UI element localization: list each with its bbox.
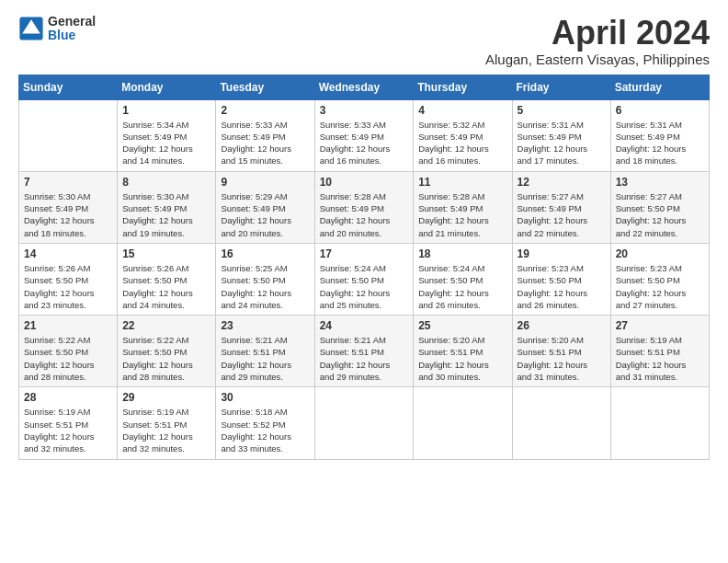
day-info: Sunrise: 5:33 AM Sunset: 5:49 PM Dayligh… (221, 119, 309, 167)
day-number: 21 (24, 319, 112, 332)
day-info: Sunrise: 5:31 AM Sunset: 5:49 PM Dayligh… (518, 119, 606, 167)
calendar-week-2: 7Sunrise: 5:30 AM Sunset: 5:49 PM Daylig… (19, 171, 710, 243)
calendar-cell: 25Sunrise: 5:20 AM Sunset: 5:51 PM Dayli… (414, 316, 512, 387)
day-number: 15 (122, 247, 210, 260)
calendar-cell (610, 387, 709, 459)
calendar-cell: 26Sunrise: 5:20 AM Sunset: 5:51 PM Dayli… (512, 316, 610, 387)
calendar-week-1: 1Sunrise: 5:34 AM Sunset: 5:49 PM Daylig… (19, 99, 710, 171)
weekday-header-wednesday: Wednesday (314, 75, 414, 99)
logo-blue-text: Blue (48, 29, 96, 42)
day-number: 26 (518, 319, 606, 332)
day-info: Sunrise: 5:30 AM Sunset: 5:49 PM Dayligh… (122, 190, 210, 239)
calendar-cell: 29Sunrise: 5:19 AM Sunset: 5:51 PM Dayli… (118, 387, 216, 459)
day-info: Sunrise: 5:21 AM Sunset: 5:51 PM Dayligh… (221, 334, 309, 383)
calendar-week-5: 28Sunrise: 5:19 AM Sunset: 5:51 PM Dayli… (19, 387, 710, 459)
weekday-header-tuesday: Tuesday (216, 75, 314, 99)
day-number: 23 (221, 319, 309, 332)
calendar-cell (414, 387, 512, 459)
calendar-cell: 2Sunrise: 5:33 AM Sunset: 5:49 PM Daylig… (216, 99, 314, 171)
day-info: Sunrise: 5:18 AM Sunset: 5:52 PM Dayligh… (221, 406, 309, 454)
calendar-cell: 27Sunrise: 5:19 AM Sunset: 5:51 PM Dayli… (610, 316, 709, 387)
day-info: Sunrise: 5:34 AM Sunset: 5:49 PM Dayligh… (122, 119, 210, 167)
day-info: Sunrise: 5:19 AM Sunset: 5:51 PM Dayligh… (122, 406, 210, 454)
day-number: 14 (24, 247, 112, 260)
calendar-cell (314, 387, 414, 459)
day-info: Sunrise: 5:26 AM Sunset: 5:50 PM Dayligh… (24, 262, 112, 311)
day-number: 2 (221, 104, 309, 117)
day-number: 30 (221, 391, 309, 404)
day-number: 16 (221, 247, 309, 260)
day-info: Sunrise: 5:22 AM Sunset: 5:50 PM Dayligh… (24, 334, 112, 383)
day-number: 18 (418, 247, 506, 260)
calendar-cell (512, 387, 610, 459)
day-info: Sunrise: 5:27 AM Sunset: 5:50 PM Dayligh… (616, 190, 704, 239)
day-number: 25 (418, 319, 506, 332)
calendar-cell: 10Sunrise: 5:28 AM Sunset: 5:49 PM Dayli… (314, 171, 414, 243)
calendar-cell: 3Sunrise: 5:33 AM Sunset: 5:49 PM Daylig… (314, 99, 414, 171)
calendar-cell: 15Sunrise: 5:26 AM Sunset: 5:50 PM Dayli… (118, 243, 216, 315)
day-info: Sunrise: 5:31 AM Sunset: 5:49 PM Dayligh… (616, 119, 704, 167)
month-title: April 2024 (485, 15, 710, 52)
calendar-cell: 21Sunrise: 5:22 AM Sunset: 5:50 PM Dayli… (19, 316, 118, 387)
day-info: Sunrise: 5:30 AM Sunset: 5:49 PM Dayligh… (24, 190, 112, 239)
calendar-cell: 28Sunrise: 5:19 AM Sunset: 5:51 PM Dayli… (19, 387, 118, 459)
calendar-cell: 4Sunrise: 5:32 AM Sunset: 5:49 PM Daylig… (414, 99, 512, 171)
weekday-header-friday: Friday (512, 75, 610, 99)
day-info: Sunrise: 5:20 AM Sunset: 5:51 PM Dayligh… (418, 334, 506, 383)
calendar-cell: 6Sunrise: 5:31 AM Sunset: 5:49 PM Daylig… (610, 99, 709, 171)
day-info: Sunrise: 5:24 AM Sunset: 5:50 PM Dayligh… (320, 262, 409, 311)
day-number: 1 (122, 104, 210, 117)
day-info: Sunrise: 5:29 AM Sunset: 5:49 PM Dayligh… (221, 190, 309, 239)
calendar-cell: 1Sunrise: 5:34 AM Sunset: 5:49 PM Daylig… (118, 99, 216, 171)
day-number: 22 (122, 319, 210, 332)
weekday-header-sunday: Sunday (19, 75, 118, 99)
day-number: 5 (518, 104, 606, 117)
calendar-cell: 20Sunrise: 5:23 AM Sunset: 5:50 PM Dayli… (610, 243, 709, 315)
day-info: Sunrise: 5:33 AM Sunset: 5:49 PM Dayligh… (320, 119, 409, 167)
day-info: Sunrise: 5:28 AM Sunset: 5:49 PM Dayligh… (320, 190, 409, 239)
day-info: Sunrise: 5:19 AM Sunset: 5:51 PM Dayligh… (616, 334, 704, 383)
location-title: Alugan, Eastern Visayas, Philippines (485, 52, 710, 67)
weekday-header-row: SundayMondayTuesdayWednesdayThursdayFrid… (19, 75, 710, 99)
day-number: 17 (320, 247, 409, 260)
calendar-body: 1Sunrise: 5:34 AM Sunset: 5:49 PM Daylig… (19, 99, 710, 459)
logo-icon (18, 16, 44, 41)
day-number: 29 (122, 391, 210, 404)
calendar-cell: 9Sunrise: 5:29 AM Sunset: 5:49 PM Daylig… (216, 171, 314, 243)
day-info: Sunrise: 5:25 AM Sunset: 5:50 PM Dayligh… (221, 262, 309, 311)
day-number: 13 (616, 176, 704, 189)
day-number: 8 (122, 176, 210, 189)
calendar-cell: 7Sunrise: 5:30 AM Sunset: 5:49 PM Daylig… (19, 171, 118, 243)
day-number: 4 (418, 104, 506, 117)
day-number: 10 (320, 176, 409, 189)
day-info: Sunrise: 5:27 AM Sunset: 5:49 PM Dayligh… (518, 190, 606, 239)
calendar-cell: 13Sunrise: 5:27 AM Sunset: 5:50 PM Dayli… (610, 171, 709, 243)
weekday-header-thursday: Thursday (414, 75, 512, 99)
day-number: 19 (518, 247, 606, 260)
day-info: Sunrise: 5:32 AM Sunset: 5:49 PM Dayligh… (418, 119, 506, 167)
logo: General Blue (18, 15, 96, 43)
logo-general-text: General (48, 15, 96, 29)
calendar-week-3: 14Sunrise: 5:26 AM Sunset: 5:50 PM Dayli… (19, 243, 710, 315)
day-number: 11 (418, 176, 506, 189)
day-number: 28 (24, 391, 112, 404)
calendar-cell: 12Sunrise: 5:27 AM Sunset: 5:49 PM Dayli… (512, 171, 610, 243)
weekday-header-monday: Monday (118, 75, 216, 99)
calendar-cell: 16Sunrise: 5:25 AM Sunset: 5:50 PM Dayli… (216, 243, 314, 315)
day-info: Sunrise: 5:23 AM Sunset: 5:50 PM Dayligh… (518, 262, 606, 311)
day-info: Sunrise: 5:24 AM Sunset: 5:50 PM Dayligh… (418, 262, 506, 311)
day-info: Sunrise: 5:23 AM Sunset: 5:50 PM Dayligh… (616, 262, 704, 311)
calendar-cell: 23Sunrise: 5:21 AM Sunset: 5:51 PM Dayli… (216, 316, 314, 387)
day-number: 6 (616, 104, 704, 117)
day-info: Sunrise: 5:26 AM Sunset: 5:50 PM Dayligh… (122, 262, 210, 311)
day-info: Sunrise: 5:22 AM Sunset: 5:50 PM Dayligh… (122, 334, 210, 383)
calendar-cell: 14Sunrise: 5:26 AM Sunset: 5:50 PM Dayli… (19, 243, 118, 315)
day-number: 12 (518, 176, 606, 189)
day-number: 20 (616, 247, 704, 260)
page-header: General Blue April 2024 Alugan, Eastern … (18, 15, 710, 67)
logo-text: General Blue (48, 15, 96, 43)
calendar-cell: 5Sunrise: 5:31 AM Sunset: 5:49 PM Daylig… (512, 99, 610, 171)
day-number: 24 (320, 319, 409, 332)
calendar-table: SundayMondayTuesdayWednesdayThursdayFrid… (18, 75, 710, 460)
calendar-cell (19, 99, 118, 171)
